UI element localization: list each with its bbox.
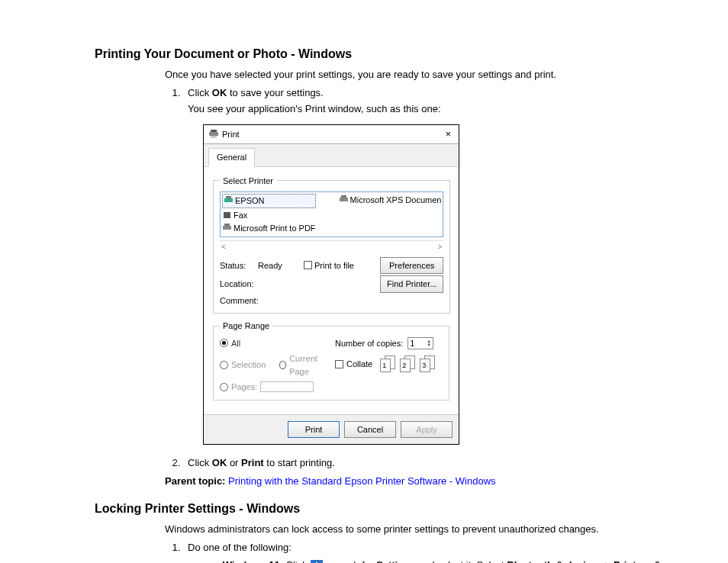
svg-rect-3 [224, 198, 233, 202]
parent-topic: Parent topic: Printing with the Standard… [165, 474, 667, 489]
radio-current-page[interactable]: Current Page [279, 352, 327, 378]
printer-item-fax[interactable]: Fax [222, 209, 316, 222]
location-label: Location: [220, 278, 258, 291]
bullet-windows11: Windows 11: Click , search for Settings … [205, 558, 667, 563]
printer-icon [222, 224, 232, 233]
find-printer-button[interactable]: Find Printer... [380, 275, 443, 293]
preferences-button[interactable]: Preferences [380, 257, 443, 275]
section-heading: Printing Your Document or Photo - Window… [95, 47, 667, 61]
select-printer-legend: Select Printer [220, 175, 276, 188]
dialog-titlebar: Print × [204, 125, 459, 145]
intro-text-2: Windows administrators can lock access t… [165, 522, 667, 537]
intro-text: Once you have selected your print settin… [165, 67, 667, 82]
copies-label: Number of copies: [335, 337, 403, 350]
svg-rect-7 [224, 224, 230, 226]
svg-rect-6 [223, 226, 231, 230]
copies-spinner[interactable]: 1 ▲▼ [407, 337, 433, 349]
print-dialog: Print × General Select Printer [203, 124, 459, 446]
select-printer-group: Select Printer EPSON Fax [213, 175, 450, 314]
print-button[interactable]: Print [288, 421, 340, 439]
dialog-title: Print [222, 128, 240, 141]
close-icon[interactable]: × [442, 129, 454, 139]
search-icon [311, 560, 323, 563]
printer-item-xps[interactable]: Microsoft XPS Documen [339, 194, 442, 207]
step-1b: Do one of the following: Windows 11: Cli… [183, 540, 667, 564]
printer-list[interactable]: EPSON Fax Microsoft Print to PDF [220, 191, 443, 237]
printer-item-epson[interactable]: EPSON [222, 194, 316, 208]
radio-icon [279, 361, 286, 369]
page-range-group: Page Range All [213, 320, 449, 401]
step-1: Click OK to save your settings. You see … [183, 85, 667, 446]
collate-label: Collate [346, 358, 372, 371]
collate-checkbox[interactable] [335, 360, 343, 368]
radio-icon [220, 361, 228, 369]
printer-item-pdf[interactable]: Microsoft Print to PDF [222, 222, 316, 235]
printer-icon [224, 196, 234, 205]
checkbox-icon [304, 261, 312, 269]
tab-general[interactable]: General [208, 148, 255, 167]
svg-rect-0 [211, 130, 217, 132]
printer-icon [339, 195, 349, 204]
print-to-file-checkbox[interactable]: Print to file [304, 259, 380, 272]
svg-rect-8 [340, 198, 348, 201]
step-1-sub: You see your application's Print window,… [188, 101, 667, 117]
scrollbar[interactable]: <> [220, 240, 443, 253]
radio-selection[interactable]: Selection [220, 352, 266, 378]
svg-rect-9 [341, 195, 346, 198]
status-label: Status: [220, 259, 258, 272]
parent-topic-link[interactable]: Printing with the Standard Epson Printer… [228, 475, 495, 487]
radio-all[interactable]: All [220, 337, 327, 350]
cancel-button[interactable]: Cancel [344, 421, 396, 439]
status-value: Ready [258, 259, 304, 272]
svg-rect-5 [224, 212, 230, 218]
page-range-legend: Page Range [220, 320, 272, 333]
collate-preview: 11 22 33 [380, 355, 435, 372]
section-heading-2: Locking Printer Settings - Windows [95, 502, 667, 516]
svg-rect-2 [211, 136, 217, 138]
svg-rect-1 [209, 132, 218, 136]
radio-icon [220, 383, 228, 391]
printer-icon [208, 130, 219, 139]
spinner-buttons[interactable]: ▲▼ [427, 339, 431, 347]
comment-label: Comment: [220, 294, 258, 307]
apply-button[interactable]: Apply [401, 421, 453, 439]
svg-rect-4 [226, 196, 231, 198]
pages-input[interactable] [260, 381, 314, 392]
radio-icon [220, 339, 228, 347]
radio-pages[interactable]: Pages: [220, 381, 327, 394]
fax-icon [222, 211, 232, 220]
step-2: Click OK or Print to start printing. [183, 455, 667, 471]
